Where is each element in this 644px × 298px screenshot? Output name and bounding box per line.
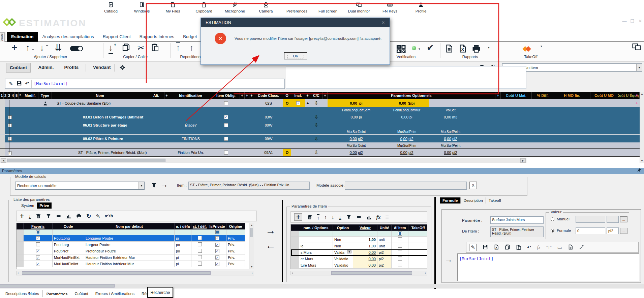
add-item-icon[interactable]: + bbox=[11, 42, 18, 53]
grid-vertical-scrollbar[interactable]: ▲ ▼ bbox=[640, 92, 644, 163]
row-expander[interactable]: + bbox=[8, 152, 12, 155]
magic-wand-icon[interactable] bbox=[579, 244, 584, 251]
rename-ab-icon[interactable]: a↷b bbox=[105, 214, 113, 218]
save-floppy-icon[interactable] bbox=[483, 244, 488, 251]
grid-cell-identification[interactable]: FINITIONS bbox=[169, 135, 212, 142]
undo-icon[interactable]: ↶ bbox=[527, 244, 531, 250]
trash-icon[interactable] bbox=[307, 214, 312, 220]
grid-cell-plus[interactable]: + bbox=[305, 99, 310, 107]
bottom-tab-co-tant[interactable]: Coûtant bbox=[71, 290, 92, 297]
formule-browse-button[interactable]: ... bbox=[620, 228, 627, 234]
quickbar-item-microphone[interactable]: Microphone bbox=[219, 1, 250, 13]
grid-cell-param[interactable]: 0,00 m3 bbox=[429, 113, 472, 121]
view-tab-profits[interactable]: Profits bbox=[61, 63, 82, 72]
grid-colhead-parametres-optionnels[interactable]: Paramètres Optionnels bbox=[328, 92, 495, 99]
row-expander[interactable]: + bbox=[8, 124, 12, 127]
grid-cell-identification[interactable]: Finition Prix Un. bbox=[169, 149, 212, 156]
liste-colhead-origine[interactable]: Origine bbox=[226, 223, 245, 229]
grid-colhead-nom[interactable]: Nom bbox=[52, 92, 148, 99]
grid-cell-param[interactable]: 0,00 pi bbox=[385, 113, 429, 121]
float-window-icon[interactable] bbox=[632, 43, 641, 51]
bottom-tab-descriptions-notes[interactable]: Descriptions /Notes bbox=[2, 290, 43, 297]
grid-cell-param[interactable]: 0,00 pi2 bbox=[328, 149, 385, 156]
fx-function-icon[interactable]: fx bbox=[376, 215, 381, 220]
trash-icon[interactable] bbox=[36, 213, 41, 219]
liste-horizontal-scrollbar[interactable]: ‹ › bbox=[16, 271, 254, 275]
grid-cell-item-oblig[interactable] bbox=[212, 149, 240, 156]
grid-cell-param[interactable]: 0,00 pi2 bbox=[328, 135, 385, 142]
grid-cell-nom[interactable]: ST - Coupe d'eau Sanitaire ($/pi) bbox=[52, 99, 148, 107]
grid-colhead-num[interactable]: 2 bbox=[4, 92, 7, 99]
undo-icon[interactable]: ↶ bbox=[25, 81, 30, 87]
move-down-icon[interactable]: ↓ bbox=[332, 215, 334, 220]
grid-cell-code-class[interactable]: 02S bbox=[254, 99, 283, 107]
grid-colhead-incl[interactable]: Incl. bbox=[291, 92, 305, 99]
fx-function-icon[interactable]: fx bbox=[537, 245, 541, 250]
grid-cell-item-oblig[interactable] bbox=[212, 99, 240, 107]
item-colhead-valeur[interactable]: Valeur bbox=[353, 225, 377, 231]
grid-row[interactable]: +03.01 Béton et Coffrages Bâtiment✓03W⇩0… bbox=[0, 113, 640, 121]
toggle-switch-icon[interactable] bbox=[70, 46, 83, 51]
cc-down-arrow-icon[interactable]: ⇩ bbox=[310, 135, 323, 142]
quickbar-item-windows[interactable]: Windows bbox=[126, 1, 157, 13]
validate-check-icon[interactable]: ✔ bbox=[427, 43, 434, 53]
grid-colhead-plus[interactable]: + bbox=[245, 92, 249, 99]
liste-colhead-code[interactable]: Code bbox=[53, 223, 84, 229]
apply-arrow-icon[interactable]: → bbox=[160, 180, 168, 189]
liste-tab-system[interactable]: System bbox=[19, 202, 37, 209]
filter-icon[interactable] bbox=[151, 183, 157, 189]
grid-colhead-cc[interactable]: C/C bbox=[310, 92, 323, 99]
grid-row[interactable]: MurSurfJointMurSurfPrimMurSurfPeint bbox=[0, 142, 640, 148]
copy-icon[interactable] bbox=[505, 244, 510, 251]
copy-pages-icon[interactable] bbox=[122, 43, 130, 51]
grid-cell-code-class[interactable]: 09A1 bbox=[254, 149, 283, 156]
printer-icon[interactable] bbox=[472, 44, 481, 53]
grid-colhead-modif[interactable]: Modif. bbox=[22, 92, 38, 99]
item-colhead-takeoff[interactable]: TakeOff bbox=[408, 225, 428, 231]
grid-cell-identification[interactable]: Étage? bbox=[169, 121, 212, 129]
close-button[interactable]: ✕ bbox=[637, 19, 644, 24]
menu-lines-icon[interactable]: ≡ bbox=[385, 214, 389, 220]
refresh-icon[interactable]: ↻ bbox=[86, 213, 91, 219]
grid-cell-param[interactable]: 0,00 $/pi bbox=[385, 99, 429, 107]
search-model-combobox[interactable]: Rechercher un modèle ▼ bbox=[15, 182, 145, 190]
quickbar-item-camera[interactable]: Camera bbox=[250, 1, 281, 13]
liste-row-PoutProf[interactable]: ✓PoutProfProfondeur Poutrepo✓Priv. bbox=[17, 248, 245, 254]
main-tab-estimation[interactable]: Estimation bbox=[7, 32, 38, 42]
quickbar-item-preferences[interactable]: Preferences bbox=[281, 1, 312, 13]
scissors-icon[interactable]: ✂ bbox=[137, 43, 144, 53]
grid-cell-param[interactable]: 0,00 pi2 bbox=[385, 149, 429, 156]
quickbar-item-fn-keys[interactable]: FN Keys bbox=[374, 1, 405, 13]
chevron-down-icon[interactable]: ▾ bbox=[419, 47, 420, 51]
formula-bar-value[interactable]: [MurSurfJoint] bbox=[34, 81, 68, 86]
grid-colhead-num[interactable]: 1 bbox=[0, 92, 4, 99]
liste-row-PoutLong[interactable]: ✓PoutLongLongueur Poutrepi✓Priv. bbox=[17, 235, 245, 242]
grid-cell-incl[interactable]: ✓ bbox=[291, 99, 305, 107]
grid-cell-param[interactable]: 0,00 pi2 bbox=[385, 135, 429, 142]
liste-row-PoutLarg[interactable]: PoutLargLargeur Poutrepo✓Priv. bbox=[17, 242, 245, 248]
liste-filter-row[interactable] bbox=[17, 229, 245, 235]
grid-cell-nom[interactable]: 06,01 Structure par étage bbox=[52, 121, 148, 129]
row-expander[interactable]: + bbox=[8, 115, 12, 119]
modele-associe-field[interactable] bbox=[345, 182, 467, 190]
grid-colhead-item-oblig[interactable]: Item Oblig. bbox=[212, 92, 240, 99]
chevron-down-icon[interactable]: ▼ bbox=[636, 64, 642, 71]
chart-icon[interactable] bbox=[66, 213, 71, 219]
paste-clipboard-icon[interactable] bbox=[151, 43, 159, 51]
formule-value-field[interactable]: 0 bbox=[576, 227, 605, 234]
transfer-left-arrow[interactable]: ← bbox=[266, 240, 276, 250]
edit-pencil-icon[interactable]: ✎ bbox=[9, 81, 13, 87]
filter-funnel-icon[interactable] bbox=[346, 214, 351, 220]
grid-cell-o[interactable]: O bbox=[283, 99, 291, 107]
grid-colhead-cout-u-mat[interactable]: Coût U Mat. bbox=[501, 92, 532, 99]
maximize-button[interactable]: ❒ bbox=[629, 19, 636, 24]
add-param-icon[interactable]: + bbox=[20, 213, 24, 219]
formula-editor[interactable]: [MurSurfJoint] bbox=[457, 253, 639, 281]
move-bottom-icon[interactable]: ↓ bbox=[339, 214, 341, 220]
grid-cell-param[interactable]: 0,00 pi bbox=[328, 99, 385, 107]
import-down-icon[interactable]: ↓+ bbox=[109, 43, 113, 54]
liste-colhead-nom[interactable]: Nom par défaut bbox=[84, 223, 175, 229]
item-param-row[interactable]: er MursValidatio0,00pi2 bbox=[291, 256, 428, 262]
move-up-remove-icon[interactable]: ↑− bbox=[26, 43, 30, 53]
equals-icon[interactable] bbox=[56, 213, 61, 219]
